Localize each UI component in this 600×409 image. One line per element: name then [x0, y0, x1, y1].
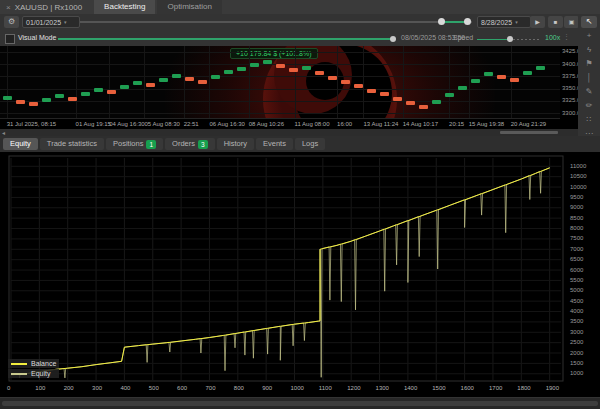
equity-scrollbar[interactable] — [0, 397, 600, 409]
playback-progress-bar[interactable] — [58, 38, 392, 40]
stop-button[interactable]: ■ — [548, 16, 563, 28]
equity-axis-label: 7500 — [570, 235, 583, 241]
time-axis-label: 14 Aug 10:17 — [403, 121, 438, 127]
tab-label: Events — [263, 138, 286, 150]
speed-label: Speed — [453, 34, 473, 41]
end-date-value: 8/28/2025 — [481, 19, 512, 26]
scrollbar-thumb[interactable] — [500, 131, 558, 134]
candle-mark — [380, 92, 389, 96]
tab-logs[interactable]: Logs — [295, 138, 325, 150]
equity-axis-label: 4500 — [570, 298, 583, 304]
range-knob-end[interactable] — [464, 18, 471, 25]
crosshair-icon[interactable]: + — [581, 30, 597, 42]
speed-slider[interactable] — [477, 39, 541, 40]
equity-chart[interactable] — [8, 155, 566, 383]
candle-mark — [315, 71, 324, 75]
candle-mark — [16, 100, 25, 104]
candle-mark — [224, 70, 233, 74]
candle-mark — [445, 93, 454, 97]
equity-axis-label: 5000 — [570, 287, 583, 293]
vline-tool-icon[interactable]: │ — [581, 72, 597, 84]
legend-balance: Balance — [8, 359, 59, 368]
candle-mark — [159, 78, 168, 82]
time-axis-label: 13 Aug 11:24 — [363, 121, 398, 127]
tab-backtesting[interactable]: Backtesting — [94, 0, 155, 14]
candle-mark — [55, 94, 64, 98]
time-axis-label: 01 Aug 19:15 — [76, 121, 111, 127]
price-grid-line — [249, 46, 250, 118]
tab-events[interactable]: Events — [256, 138, 293, 150]
play-button[interactable]: ▶ — [530, 16, 545, 28]
tab-trade-statistics[interactable]: Trade statistics — [40, 138, 104, 150]
speed-handle[interactable] — [507, 36, 513, 42]
trade-axis-label: 400 — [120, 385, 130, 391]
visual-mode-checkbox[interactable] — [5, 34, 15, 44]
start-date-select[interactable]: 01/01/2025 ▾ — [22, 16, 80, 28]
speed-fill — [477, 39, 510, 40]
time-axis-label: 15 Aug 19:38 — [469, 121, 504, 127]
price-grid-line — [295, 46, 296, 118]
legend-equity: Equity — [8, 369, 59, 378]
tab-positions[interactable]: Positions1 — [106, 138, 163, 150]
equity-axis-label: 7000 — [570, 246, 583, 252]
tab-label: Orders — [172, 138, 195, 150]
chart-window-button[interactable]: ▣ — [564, 16, 579, 28]
date-range-slider[interactable] — [80, 21, 472, 23]
progress-handle[interactable] — [390, 36, 396, 42]
price-grid-line — [469, 46, 470, 118]
time-axis-label: 08 Aug 10:26 — [249, 121, 284, 127]
time-axis-label: 22:51 — [184, 121, 199, 127]
equity-axis-label: 2000 — [570, 350, 583, 356]
trade-axis-label: 800 — [234, 385, 244, 391]
price-chart-scrollbar[interactable]: ◂ — [0, 129, 578, 136]
pencil-icon[interactable]: ✎ — [581, 86, 597, 98]
candle-mark — [276, 64, 285, 68]
trade-axis-label: 1300 — [376, 385, 389, 391]
trade-axis-label: 1900 — [546, 385, 559, 391]
tab-optimisation[interactable]: Optimisation — [157, 0, 221, 14]
close-icon[interactable]: × — [6, 3, 11, 12]
candle-mark — [497, 75, 506, 79]
tab-label: Trade statistics — [47, 138, 97, 150]
candle-mark — [523, 71, 532, 75]
range-knob-start[interactable] — [438, 18, 445, 25]
candle-mark — [328, 76, 337, 80]
candle-mark — [211, 75, 220, 79]
settings-gear-icon[interactable]: ⚙ — [4, 16, 19, 28]
watermark-logo — [306, 62, 344, 100]
scrollbar-thumb[interactable] — [2, 401, 598, 406]
tab-label: Positions — [113, 138, 143, 150]
price-chart-plot[interactable]: +10 179.84 $ (+101.8%) — [0, 46, 560, 118]
scroll-left-icon[interactable]: ◂ — [2, 129, 5, 136]
trade-axis-label: 600 — [177, 385, 187, 391]
tab-orders[interactable]: Orders3 — [165, 138, 215, 150]
candle-mark — [120, 85, 129, 89]
price-axis: 3425.003400.003375.003350.003325.003300.… — [560, 46, 580, 118]
kebab-menu-icon[interactable]: ⋮ — [563, 33, 570, 41]
candle-mark — [107, 90, 116, 94]
visual-mode-label: Visual Mode — [18, 34, 56, 41]
tab-history[interactable]: History — [217, 138, 254, 150]
trade-axis-label: 300 — [92, 385, 102, 391]
end-date-select[interactable]: 8/28/2025 ▾ — [477, 16, 531, 28]
candle-mark — [302, 66, 311, 70]
controls-row: ⚙ 01/01/2025 ▾ 8/28/2025 ▾ ▶ ■ ▣ — [0, 14, 578, 30]
start-date-value: 01/01/2025 — [26, 19, 61, 26]
lightning-icon[interactable]: ϟ — [581, 44, 597, 56]
flag-icon[interactable]: ⚑ — [581, 58, 597, 70]
positions-count-badge: 1 — [146, 140, 156, 149]
time-axis-label: 20 Aug 21:29 — [511, 121, 546, 127]
trade-axis-label: 1100 — [319, 385, 332, 391]
titlebar: × XAUUSD | Rx1000 Backtesting Optimisati… — [0, 0, 600, 14]
candle-mark — [198, 80, 207, 84]
plot-border — [9, 156, 563, 381]
chevron-down-icon: ▾ — [64, 19, 67, 25]
brush-icon[interactable]: ✏ — [581, 100, 597, 112]
trade-axis-label: 1400 — [404, 385, 417, 391]
cursor-icon[interactable]: ↖ — [581, 16, 597, 28]
grid-icon[interactable]: ∷ — [581, 114, 597, 126]
candle-mark — [354, 84, 363, 88]
tab-equity[interactable]: Equity — [3, 138, 38, 150]
time-axis-label: 05 Aug 08:30 — [144, 121, 179, 127]
equity-chart-pane: Balance Equity 1100010500100009500900085… — [0, 152, 600, 409]
